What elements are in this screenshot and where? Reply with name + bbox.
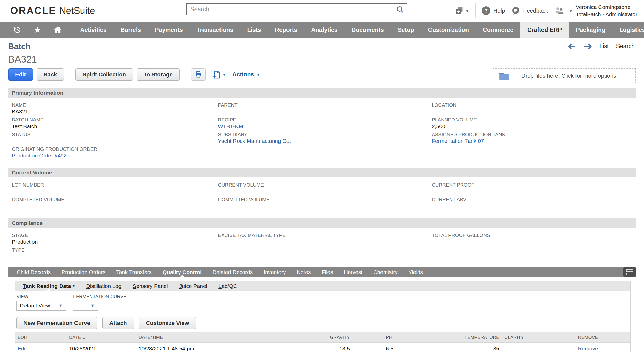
field-current-proof: CURRENT PROOF: [432, 182, 632, 197]
feedback-icon: [511, 6, 520, 15]
row-date: 10/28/2021: [66, 343, 136, 352]
nav-item-crafted-erp[interactable]: Crafted ERP: [520, 22, 569, 38]
back-button[interactable]: Back: [37, 68, 64, 81]
production-order-link[interactable]: Production Order #492: [12, 153, 66, 159]
attach-button[interactable]: Attach: [102, 317, 134, 329]
file-dropzone[interactable]: Drop files here. Click for more options.: [493, 68, 636, 83]
previous-record-arrow-icon[interactable]: [567, 43, 576, 50]
global-search: [186, 3, 407, 15]
top-header: ORACLE NetSuite ▼ ? Help: [0, 0, 644, 22]
user-icon: [554, 6, 566, 15]
field-completed-volume: COMPLETED VOLUME: [12, 197, 218, 211]
subtab-production-orders[interactable]: Production Orders: [56, 267, 111, 277]
inner-tab-lab-qc[interactable]: Lab/QC: [213, 281, 243, 291]
spirit-collection-button[interactable]: Spirit Collection: [75, 68, 133, 81]
nav-item-lists[interactable]: Lists: [240, 22, 268, 38]
next-record-arrow-icon[interactable]: [583, 43, 592, 50]
nav-item-payments[interactable]: Payments: [148, 22, 190, 38]
recent-records-icon[interactable]: [13, 25, 22, 34]
subtab-yields[interactable]: Yields: [403, 267, 428, 277]
field-name: NAME BA321: [12, 102, 218, 117]
new-record-button[interactable]: ▼: [212, 70, 226, 79]
current-volume-fields: LOT NUMBER COMPLETED VOLUME CURRENT VOLU…: [8, 177, 636, 214]
inner-tab-juice-panel[interactable]: Juice Panel: [174, 281, 213, 291]
help-button[interactable]: ? Help: [482, 6, 505, 15]
field-planned-volume: PLANNED VOLUME 2,500: [432, 117, 632, 131]
production-tank-link[interactable]: Fermentation Tank 07: [432, 138, 484, 144]
fields-column-2: EXCISE TAX MATERIAL TYPE: [218, 232, 432, 262]
home-icon[interactable]: [53, 25, 62, 34]
inner-tab-tank-reading-data[interactable]: Tank Reading Data •: [17, 281, 81, 291]
nav-item-activities[interactable]: Activities: [73, 22, 113, 38]
compliance-fields: STAGE Production TYPE EXCISE TAX MATERIA…: [8, 228, 636, 264]
column-header-ph[interactable]: PH: [352, 332, 399, 343]
oracle-logo-text: ORACLE: [10, 5, 56, 16]
nav-item-packaging[interactable]: Packaging: [569, 22, 612, 38]
fermentation-curve-select[interactable]: ▼: [73, 301, 98, 311]
field-current-abv: CURRENT ABV: [432, 197, 632, 211]
nav-item-commerce[interactable]: Commerce: [476, 22, 520, 38]
column-header-temperature[interactable]: TEMPERATURE: [399, 332, 502, 343]
nav-item-barrels[interactable]: Barrels: [114, 22, 148, 38]
row-remove-link[interactable]: Remove: [578, 346, 598, 351]
edit-button[interactable]: Edit: [8, 68, 33, 81]
tank-reading-controls: VIEW Default View ▼ FERMENTATION CURVE ▼: [15, 291, 630, 314]
field-type: TYPE: [12, 247, 218, 262]
subtab-files[interactable]: Files: [316, 267, 338, 277]
to-storage-button[interactable]: To Storage: [137, 68, 180, 81]
nav-item-reports[interactable]: Reports: [268, 22, 304, 38]
search-icon[interactable]: [396, 5, 404, 15]
subtab-quality-control[interactable]: Quality Control: [157, 267, 207, 277]
subtab-tank-transfers[interactable]: Tank Transfers: [111, 267, 157, 277]
actions-menu[interactable]: Actions ▼: [232, 71, 260, 78]
field-status: STATUS: [12, 131, 218, 146]
nav-item-analytics[interactable]: Analytics: [304, 22, 344, 38]
customize-view-button[interactable]: Customize View: [139, 317, 196, 329]
row-ph: 6.5: [352, 343, 399, 352]
nav-item-customization[interactable]: Customization: [421, 22, 476, 38]
inner-tab-distillation-log[interactable]: Distillation Log: [81, 281, 127, 291]
fermentation-curve-label: FERMENTATION CURVE: [73, 294, 126, 300]
column-header-datetime[interactable]: DATE/TIME: [136, 332, 316, 343]
subtab-child-records[interactable]: Child Records: [11, 267, 56, 277]
print-button[interactable]: [191, 68, 206, 81]
nav-item-setup[interactable]: Setup: [391, 22, 421, 38]
create-new-button[interactable]: ▼: [455, 6, 469, 15]
recipe-link[interactable]: WTB1-NM: [218, 123, 243, 129]
list-link[interactable]: List: [599, 43, 609, 50]
subtab-harvest[interactable]: Harvest: [338, 267, 368, 277]
subtab-chemistry[interactable]: Chemistry: [368, 267, 403, 277]
column-header-gravity[interactable]: GRAVITY: [316, 332, 352, 343]
shortcuts-star-icon[interactable]: ★: [33, 25, 41, 34]
field-originating-production-order: ORIGINATING PRODUCTION ORDER Production …: [12, 146, 218, 161]
column-header-date[interactable]: DATE▲: [66, 332, 136, 343]
primary-information-fields: NAME BA321 BATCH NAME Test Batch STATUS …: [8, 98, 636, 163]
row-edit-link[interactable]: Edit: [18, 346, 27, 351]
search-link[interactable]: Search: [616, 43, 635, 50]
nav-item-logistics[interactable]: Logistics: [612, 22, 644, 38]
user-menu[interactable]: ▼ Veronica Corningstone TotalBatch - Adm…: [554, 4, 637, 18]
tank-reading-buttons: New Fermentation Curve Attach Customize …: [15, 314, 630, 332]
subtab-notes[interactable]: Notes: [291, 267, 316, 277]
record-header: Batch BA321 List Search: [8, 38, 636, 65]
field-total-proof-gallons: TOTAL PROOF GALLONS: [432, 232, 632, 247]
field-recipe: RECIPE WTB1-NM: [218, 117, 432, 131]
column-header-remove: REMOVE: [546, 332, 630, 343]
new-fermentation-curve-button[interactable]: New Fermentation Curve: [16, 317, 97, 329]
view-select[interactable]: Default View ▼: [16, 301, 66, 311]
subtab-related-records[interactable]: Related Records: [207, 267, 258, 277]
sort-ascending-icon: ▲: [82, 336, 86, 340]
netsuite-logo[interactable]: ORACLE NetSuite: [10, 5, 95, 16]
feedback-button[interactable]: Feedback: [511, 6, 548, 15]
search-input[interactable]: [186, 3, 407, 15]
field-subsidiary: SUBSIDIARY Yacht Rock Manufacturing Co.: [218, 131, 432, 146]
subtab-layout-toggle-icon[interactable]: [623, 267, 636, 277]
user-role: TotalBatch - Administrator: [576, 11, 637, 17]
nav-item-transactions[interactable]: Transactions: [190, 22, 240, 38]
inner-tab-sensory-panel[interactable]: Sensory Panel: [127, 281, 174, 291]
subtab-inventory[interactable]: Inventory: [258, 267, 291, 277]
column-header-clarity[interactable]: CLARITY: [502, 332, 546, 343]
subsidiary-link[interactable]: Yacht Rock Manufacturing Co.: [218, 138, 291, 144]
field-current-volume: CURRENT VOLUME: [218, 182, 432, 197]
nav-item-documents[interactable]: Documents: [344, 22, 391, 38]
